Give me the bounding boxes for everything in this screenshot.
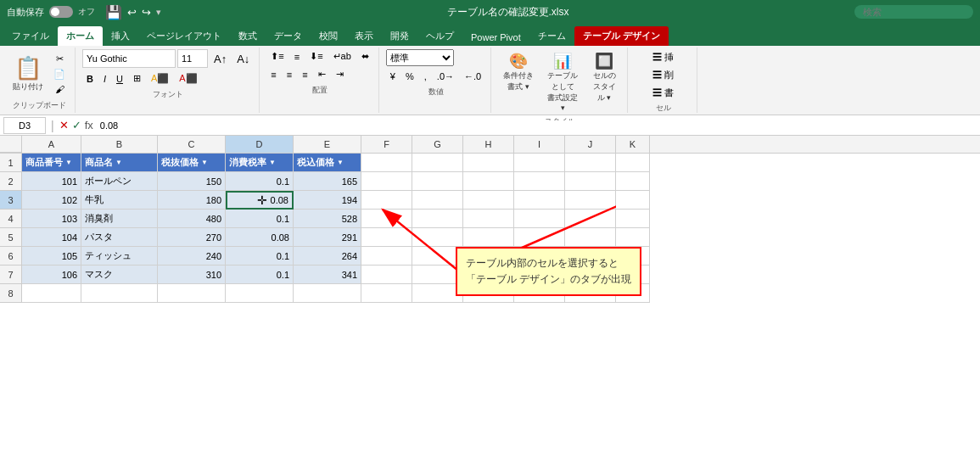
cell-b7[interactable]: マスク [81,266,158,284]
cell-i4[interactable] [514,210,565,228]
cell-d4[interactable]: 0.1 [226,210,294,228]
cell-h1[interactable] [463,154,514,172]
tab-view[interactable]: 表示 [346,26,382,46]
cell-b4[interactable]: 消臭剤 [81,210,158,228]
cell-c3[interactable]: 180 [158,191,226,210]
cell-f2[interactable] [361,172,412,191]
bold-button[interactable]: B [82,72,98,86]
cell-a1[interactable]: 商品番号▼ [22,154,81,172]
autosave-toggle[interactable] [49,6,73,18]
cell-h3[interactable] [463,191,514,210]
cell-b3[interactable]: 牛乳 [81,191,158,210]
row-num-4[interactable]: 4 [0,210,22,228]
cell-j4[interactable] [565,210,616,228]
cell-k2[interactable] [616,172,650,191]
cell-c6[interactable]: 240 [158,247,226,266]
copy-button[interactable]: 📄 [49,67,70,81]
cell-e7[interactable]: 341 [294,266,361,284]
cell-g1[interactable] [412,154,463,172]
col-header-e[interactable]: E [294,136,361,153]
wrap-text-button[interactable]: ↵ab [329,49,356,64]
paste-button[interactable]: 📋 貼り付け [8,53,48,95]
underline-button[interactable]: U [112,72,127,86]
indent-decrease-button[interactable]: ⇤ [314,67,330,81]
fill-color-button[interactable]: A⬛ [147,71,173,86]
cell-i2[interactable] [514,172,565,191]
cell-c2[interactable]: 150 [158,172,226,191]
font-name-input[interactable] [82,49,176,68]
tab-page-layout[interactable]: ページレイアウト [138,26,230,46]
cell-g2[interactable] [412,172,463,191]
col-header-j[interactable]: J [565,136,616,153]
cell-h5[interactable] [463,228,514,247]
cell-j2[interactable] [565,172,616,191]
cell-c5[interactable]: 270 [158,228,226,247]
align-bottom-button[interactable]: ⬇≡ [305,49,327,64]
format-painter-button[interactable]: 🖌 [49,82,70,96]
cell-k1[interactable] [616,154,650,172]
font-color-button[interactable]: A⬛ [175,71,201,86]
cell-f6[interactable] [361,247,412,266]
cell-c8[interactable] [158,284,226,303]
cell-a2[interactable]: 101 [22,172,81,191]
cell-e3[interactable]: 194 [294,191,361,210]
cell-d1[interactable]: 消費税率▼ [226,154,294,172]
cell-a6[interactable]: 105 [22,247,81,266]
cell-e1[interactable]: 税込価格▼ [294,154,361,172]
cell-h2[interactable] [463,172,514,191]
formula-confirm-icon[interactable]: ✓ [72,119,81,131]
cell-a5[interactable]: 104 [22,228,81,247]
tab-data[interactable]: データ [266,26,311,46]
search-input[interactable] [854,5,973,19]
cell-e6[interactable]: 264 [294,247,361,266]
table-format-button[interactable]: 📊 テーブルとして書式設定 ▾ [540,49,585,115]
col-header-a[interactable]: A [22,136,81,153]
insert-cells-button[interactable]: ☰ 挿 [648,49,678,65]
cell-f3[interactable] [361,191,412,210]
cell-j3[interactable] [565,191,616,210]
cell-g5[interactable] [412,228,463,247]
cell-k4[interactable] [616,210,650,228]
cut-button[interactable]: ✂ [49,52,70,66]
italic-button[interactable]: I [99,72,110,86]
cell-j5[interactable] [565,228,616,247]
cell-d8[interactable] [226,284,294,303]
cell-f1[interactable] [361,154,412,172]
cell-f5[interactable] [361,228,412,247]
percent-button[interactable]: % [401,70,418,83]
cell-i3[interactable] [514,191,565,210]
tab-developer[interactable]: 開発 [382,26,417,46]
cell-i1[interactable] [514,154,565,172]
cell-reference-input[interactable] [3,117,46,134]
conditional-format-button[interactable]: 🎨 条件付き書式 ▾ [498,49,539,95]
merge-button[interactable]: ⬌ [357,49,373,64]
row-num-6[interactable]: 6 [0,247,22,266]
tab-file[interactable]: ファイル [3,26,58,46]
cell-k3[interactable] [616,191,650,210]
tab-table-design[interactable]: テーブル デザイン [574,26,669,46]
cell-c4[interactable]: 480 [158,210,226,228]
col-header-f[interactable]: F [361,136,412,153]
cell-d6[interactable]: 0.1 [226,247,294,266]
cell-e4[interactable]: 528 [294,210,361,228]
col-header-h[interactable]: H [463,136,514,153]
cell-b8[interactable] [81,284,158,303]
align-top-button[interactable]: ⬆≡ [266,49,288,64]
cell-f4[interactable] [361,210,412,228]
col-header-b[interactable]: B [81,136,158,153]
cell-g3[interactable] [412,191,463,210]
align-middle-button[interactable]: ≡ [290,50,304,64]
align-left-button[interactable]: ≡ [266,68,280,81]
cell-b2[interactable]: ボールペン [81,172,158,191]
cell-f8[interactable] [361,284,412,303]
save-icon[interactable]: 💾 [105,4,122,20]
col-header-k[interactable]: K [616,136,650,153]
cell-c7[interactable]: 310 [158,266,226,284]
row-num-8[interactable]: 8 [0,284,22,303]
formula-cancel-icon[interactable]: ✕ [59,119,69,131]
cell-d3[interactable]: ✛0.08 [226,191,294,210]
row-num-5[interactable]: 5 [0,228,22,247]
font-shrink-button[interactable]: A↓ [232,51,254,67]
format-cells-button[interactable]: ☰ 書 [648,85,678,101]
number-format-select[interactable]: 標準 [386,49,454,66]
